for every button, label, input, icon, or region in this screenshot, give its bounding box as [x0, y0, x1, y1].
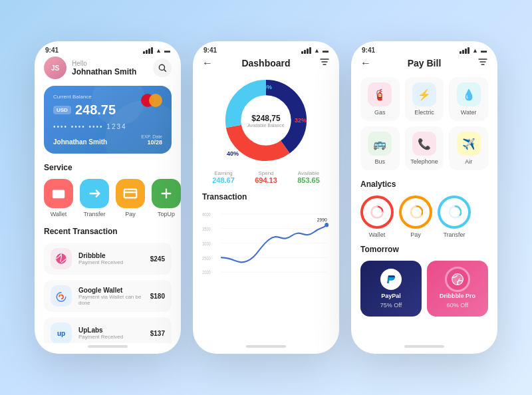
promo-paypal[interactable]: PayPal 75% Off	[360, 261, 422, 317]
search-button[interactable]	[153, 59, 172, 77]
signal-icon-3	[460, 47, 469, 54]
paypal-off: 75% Off	[380, 302, 402, 309]
svg-text:2500: 2500	[202, 255, 211, 260]
dashboard-title: Dashboard	[241, 58, 290, 68]
status-icons-2: ▲ ▬	[301, 47, 329, 54]
time-1: 9:41	[45, 47, 59, 54]
user-info: JS Hello Johnathan Smith	[44, 57, 136, 79]
transfer-icon-circle	[80, 179, 109, 208]
pct-cyan: 28%	[260, 84, 272, 90]
svg-text:4000: 4000	[202, 212, 211, 217]
status-bar-1: 9:41 ▲ ▬	[35, 41, 181, 57]
filter-button[interactable]	[319, 57, 330, 69]
paybill-filter-button[interactable]	[477, 57, 488, 69]
tx-dribbble-name: Dribbble	[78, 252, 144, 259]
service-title: Service	[44, 163, 172, 172]
tx-uplabs-name: UpLabs	[78, 327, 144, 334]
tx-dribbble-amount: $245	[150, 255, 165, 263]
tx-dribbble-info: Dribbble Payment Received	[78, 252, 144, 265]
line-chart: 4000 3500 3000 2500 2000 2990	[202, 207, 330, 287]
analytics-pay-circle	[399, 196, 432, 229]
battery-icon-3: ▬	[481, 47, 487, 54]
phone1-header: JS Hello Johnathan Smith	[44, 57, 172, 79]
transaction-google[interactable]: Google Wallet Payment via Wallet can be …	[44, 280, 172, 312]
exp-label: EXP. Date	[141, 134, 162, 139]
donut-chart-container: $248,75 Available Balance 28% 32% 40%	[202, 77, 330, 164]
transaction-dribbble[interactable]: Dribbble Payment Received $245	[44, 243, 172, 275]
pay-icon-circle	[116, 179, 145, 208]
svg-rect-3	[124, 190, 136, 198]
analytics-wallet[interactable]: Wallet	[360, 196, 394, 238]
analytics-icons: Wallet Pay	[360, 196, 488, 238]
stat-earning: Earning 248.67	[212, 170, 235, 184]
water-icon: 💧	[457, 82, 481, 106]
phone2-content: ← Dashboard	[193, 57, 339, 343]
bill-electric[interactable]: ⚡ Electric	[405, 77, 444, 121]
card-holder: Johnathan Smith	[53, 138, 107, 146]
svg-text:2000: 2000	[202, 270, 211, 275]
topup-icon-circle	[152, 179, 181, 208]
phone-3: 9:41 ▲ ▬ ← Pay Bill 🧯 Gas	[351, 41, 497, 354]
card-label: Current Balance	[53, 94, 162, 100]
chart-svg: 4000 3500 3000 2500 2000 2990	[202, 207, 330, 287]
phone-2: 9:41 ▲ ▬ ← Dashboard	[193, 41, 339, 354]
tx-google-desc: Payment via Wallet can be done	[78, 294, 144, 306]
svg-rect-2	[53, 190, 65, 199]
battery-icon: ▬	[164, 47, 170, 54]
analytics-transfer-label: Transfer	[443, 231, 465, 238]
service-wallet-label: Wallet	[51, 211, 67, 217]
svg-text:2990: 2990	[317, 216, 327, 223]
service-wallet[interactable]: Wallet	[44, 179, 73, 217]
svg-line-1	[164, 70, 166, 72]
credit-card: Current Balance USD 248.75 •••• •••• •••…	[44, 86, 172, 154]
bill-air[interactable]: ✈️ Air	[449, 126, 488, 170]
tomorrow-cards: PayPal 75% Off Dribbble Pro 60% Off	[360, 261, 488, 317]
promo-dribbble[interactable]: Dribbble Pro 60% Off	[427, 261, 488, 317]
dribbble-pro-name: Dribbble Pro	[440, 293, 475, 299]
stat-available-value: 853.65	[297, 176, 320, 184]
hello-label: Hello	[72, 60, 136, 67]
google-logo	[51, 285, 72, 307]
bus-label: Bus	[375, 158, 386, 165]
time-3: 9:41	[362, 47, 375, 54]
stat-earning-value: 248.67	[212, 176, 235, 184]
service-topup[interactable]: TopUp	[152, 179, 181, 217]
bill-telephone[interactable]: 📞 Telephone	[405, 126, 444, 170]
bill-bus[interactable]: 🚌 Bus	[360, 126, 400, 170]
service-transfer[interactable]: Transfer	[80, 179, 109, 217]
dribbble-logo	[51, 248, 72, 269]
paybill-back-button[interactable]: ←	[360, 57, 371, 69]
air-label: Air	[465, 158, 472, 165]
transaction-list: Dribbble Payment Received $245 Google Wa…	[44, 243, 172, 343]
status-icons-3: ▲ ▬	[460, 47, 487, 54]
service-transfer-label: Transfer	[83, 211, 105, 217]
donut-wrapper: $248,75 Available Balance 28% 32% 40%	[223, 77, 309, 164]
bill-grid: 🧯 Gas ⚡ Electric 💧 Water 🚌 Bus 📞 T	[360, 77, 488, 170]
bill-gas[interactable]: 🧯 Gas	[360, 77, 400, 121]
usd-badge: USD	[53, 106, 71, 114]
analytics-transfer[interactable]: Transfer	[438, 196, 471, 238]
gas-icon: 🧯	[368, 82, 392, 106]
paybill-title: Pay Bill	[408, 58, 442, 68]
transaction-uplabs[interactable]: up UpLabs Payment Received $137	[44, 317, 172, 343]
phone-1: 9:41 ▲ ▬ JS Hello Johnathan Smith	[35, 41, 181, 354]
paypal-logo	[380, 269, 402, 290]
water-label: Water	[461, 109, 477, 116]
battery-icon-2: ▬	[323, 47, 329, 54]
analytics-wallet-label: Wallet	[369, 231, 386, 238]
bill-water[interactable]: 💧 Water	[449, 77, 488, 121]
svg-point-30	[452, 274, 464, 285]
phone1-content: JS Hello Johnathan Smith	[35, 57, 181, 343]
user-text: Hello Johnathan Smith	[72, 60, 136, 76]
stat-available-label: Available	[297, 170, 320, 176]
service-icons: Wallet Transfer Pay	[44, 179, 172, 217]
electric-icon: ⚡	[412, 82, 436, 106]
tx-google-name: Google Wallet	[78, 287, 144, 294]
service-pay-label: Pay	[125, 211, 136, 217]
donut-center: $248,75 Available Balance	[247, 114, 285, 128]
back-button[interactable]: ←	[202, 57, 213, 69]
analytics-wallet-circle	[360, 196, 394, 229]
air-icon: ✈️	[457, 132, 481, 156]
analytics-pay[interactable]: Pay	[399, 196, 432, 238]
service-pay[interactable]: Pay	[116, 179, 145, 217]
